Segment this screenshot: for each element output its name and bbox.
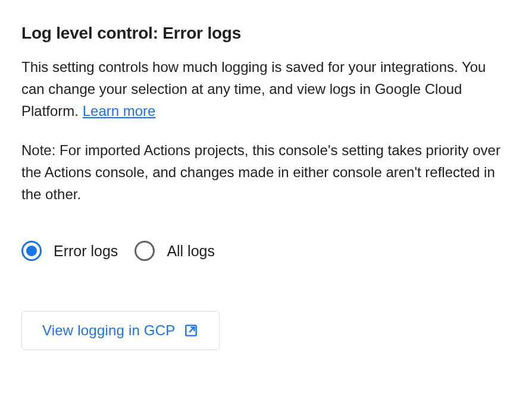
gcp-button-label: View logging in GCP [42,322,175,339]
view-logging-gcp-button[interactable]: View logging in GCP [21,311,220,350]
radio-button-selected-icon [21,241,42,261]
log-level-radio-group: Error logs All logs [21,241,511,261]
open-in-new-icon [183,323,199,338]
radio-button-unselected-icon [134,241,155,261]
radio-label-error-logs: Error logs [54,243,118,260]
radio-label-all-logs: All logs [167,243,215,260]
learn-more-link[interactable]: Learn more [83,103,156,119]
radio-inner-dot-icon [26,246,37,256]
radio-option-all-logs[interactable]: All logs [134,241,215,261]
radio-option-error-logs[interactable]: Error logs [21,241,118,261]
section-heading: Log level control: Error logs [21,24,511,43]
description-text: This setting controls how much logging i… [21,56,509,122]
note-text: Note: For imported Actions projects, thi… [21,139,509,206]
